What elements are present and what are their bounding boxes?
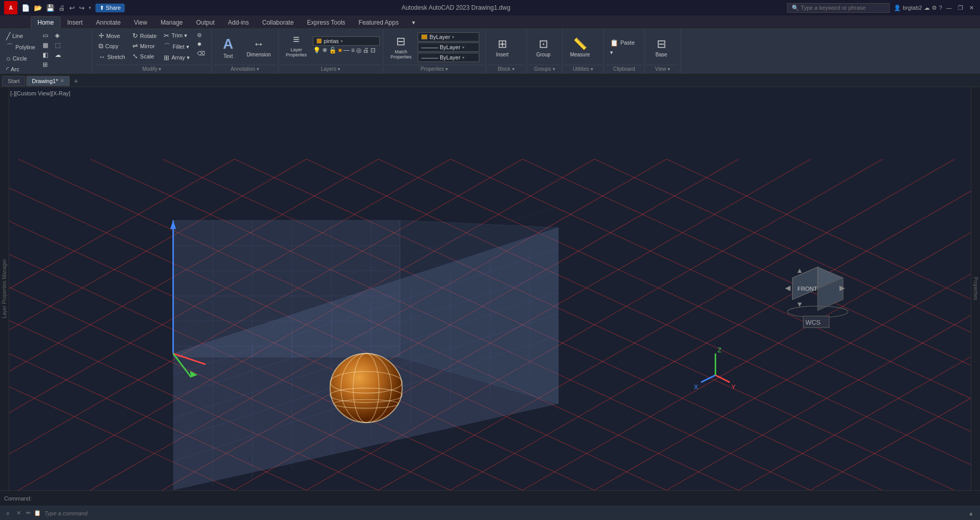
circle-button[interactable]: ○ Circle <box>3 53 38 64</box>
base-icon: ⊟ <box>657 37 666 51</box>
cmd-close-icon[interactable]: ✕ <box>14 509 23 517</box>
layer-print-icon[interactable]: 🖨 <box>363 47 369 54</box>
start-tab-label: Start <box>8 78 19 84</box>
rect-button[interactable]: ▭ <box>40 31 51 40</box>
rotate-button[interactable]: ↻ Rotate <box>129 31 160 41</box>
wipeout-button[interactable]: ⬚ <box>52 41 64 50</box>
tab-express-tools[interactable]: Express Tools <box>300 16 351 28</box>
clipboard-group-content: 📋 Paste ▾ <box>606 30 642 65</box>
offset-button[interactable]: ⊜ <box>194 31 208 39</box>
trim-button[interactable]: ✂ Trim ▾ <box>161 31 192 41</box>
properties-group-label[interactable]: Properties ▾ <box>385 65 483 73</box>
cmd-scroll-up[interactable]: ▲ <box>966 509 976 517</box>
text-button[interactable]: A Text <box>215 34 242 61</box>
match-properties-button[interactable]: ⊟ MatchProperties <box>386 33 416 62</box>
svg-text:Z: Z <box>718 347 722 354</box>
move-button[interactable]: ✛ Move <box>95 31 128 41</box>
array-button[interactable]: ⊞ Array ▾ <box>161 53 192 63</box>
clipboard-group-label[interactable]: Clipboard <box>606 65 642 73</box>
layer-props-icon: ≡ <box>293 33 300 46</box>
new-tab-button[interactable]: + <box>71 75 81 87</box>
groups-group-label[interactable]: Groups ▾ <box>529 65 560 73</box>
new-file-icon[interactable]: 📄 <box>22 4 30 12</box>
save-icon[interactable]: 💾 <box>46 4 54 12</box>
open-file-icon[interactable]: 📂 <box>34 4 42 12</box>
close-drawing1-icon[interactable]: ✕ <box>60 78 64 84</box>
help-icon[interactable]: ? <box>939 5 942 11</box>
utilities-group-label[interactable]: Utilities ▾ <box>565 65 601 73</box>
tab-more[interactable]: ▾ <box>405 16 422 28</box>
tab-home[interactable]: Home <box>31 16 61 28</box>
region-button[interactable]: ◈ <box>52 31 64 40</box>
tab-annotate[interactable]: Annotate <box>89 16 127 28</box>
layer-lock-icon[interactable]: 🔓 <box>329 47 337 54</box>
boundary-button[interactable]: ⊞ <box>40 60 51 69</box>
revision-button[interactable]: ☁ <box>52 50 64 59</box>
layer-transparency-icon[interactable]: ◎ <box>356 47 361 54</box>
lineweight-dropdown[interactable]: ——— ByLayer ▾ <box>418 53 479 62</box>
tab-start[interactable]: Start <box>2 76 25 86</box>
line-button[interactable]: ╱ Line <box>3 31 38 41</box>
erase-button[interactable]: ⌫ <box>194 49 208 58</box>
print-icon[interactable]: 🖨 <box>58 4 65 12</box>
layer-on-icon[interactable]: 💡 <box>313 47 321 54</box>
gradient-button[interactable]: ◧ <box>40 50 51 59</box>
annotation-group-label[interactable]: Annotation ▾ <box>214 65 276 73</box>
view-group-label[interactable]: View ▾ <box>647 65 678 73</box>
tab-featured-apps[interactable]: Featured Apps <box>352 16 405 28</box>
arc-icon: ◜ <box>6 65 9 73</box>
fillet-button[interactable]: ⌒ Fillet ▾ <box>161 41 192 52</box>
linetype-dropdown[interactable]: ——— ByLayer ▾ <box>418 43 479 52</box>
restore-btn[interactable]: ❐ <box>956 5 965 11</box>
layer-properties-button[interactable]: ≡ LayerProperties <box>282 31 311 59</box>
layer-lineweight-icon[interactable]: ≡ <box>351 47 355 54</box>
base-button[interactable]: ⊟ Base <box>648 35 675 59</box>
color-dropdown[interactable]: ByLayer ▾ <box>418 32 479 42</box>
tab-drawing1[interactable]: Drawing1* ✕ <box>26 76 70 86</box>
settings-icon[interactable]: ⚙ <box>932 5 937 11</box>
tab-collaborate[interactable]: Collaborate <box>256 16 300 28</box>
search-box[interactable]: 🔍 <box>787 3 890 13</box>
canvas-area[interactable]: FRONT ▲ ▶ ▼ ◀ WCS X Y Z [ <box>0 87 980 490</box>
modify-group-label[interactable]: Modify ▾ <box>94 65 209 73</box>
tab-view[interactable]: View <box>127 16 154 28</box>
scale-button[interactable]: ⤡ Scale <box>129 51 160 61</box>
polyline-button[interactable]: ⌒ Polyline <box>3 42 38 53</box>
paste-button[interactable]: 📋 Paste <box>607 38 638 48</box>
undo-icon[interactable]: ↩ <box>69 4 75 12</box>
layer-dropdown[interactable]: pintas ▾ <box>313 36 380 46</box>
measure-button[interactable]: 📏 Measure <box>566 35 594 59</box>
copy-button[interactable]: ⧉ Copy <box>95 41 128 51</box>
fillet-icon: ⌒ <box>164 42 170 51</box>
share-button[interactable]: ⬆ Share <box>95 4 125 12</box>
draw-group: ╱ Line ⌒ Polyline ○ Circle ◜ Arc ▭ <box>0 29 92 74</box>
group-button[interactable]: ⊡ Group <box>530 35 557 59</box>
tab-output[interactable]: Output <box>189 16 221 28</box>
match-props-icon: ⊟ <box>396 35 405 48</box>
tab-insert[interactable]: Insert <box>61 16 89 28</box>
close-btn[interactable]: ✕ <box>967 5 976 11</box>
tab-addins[interactable]: Add-ins <box>221 16 256 28</box>
dimension-button[interactable]: ↔ Dimension <box>243 35 275 59</box>
insert-button[interactable]: ⊞ Insert <box>489 35 516 59</box>
tab-manage[interactable]: Manage <box>154 16 189 28</box>
layers-group-label[interactable]: Layers ▾ <box>281 65 381 73</box>
minimize-btn[interactable]: — <box>944 5 954 11</box>
stretch-button[interactable]: ↔ Stretch <box>95 52 128 62</box>
block-group-label[interactable]: Block ▾ <box>488 65 524 73</box>
hatch-button[interactable]: ▦ <box>40 41 51 50</box>
layer-vp-icon[interactable]: ⊡ <box>370 47 376 54</box>
paste-more-button[interactable]: ▾ <box>607 48 616 57</box>
command-input[interactable] <box>44 510 963 516</box>
explode-button[interactable]: ✸ <box>194 40 208 49</box>
undo-dropdown-icon[interactable]: ▾ <box>89 5 91 10</box>
user-icon: 👤 <box>894 5 901 11</box>
layer-freeze-icon[interactable]: ❄ <box>322 47 327 54</box>
cmd-menu-icon[interactable]: ≡ <box>4 509 11 517</box>
redo-icon[interactable]: ↪ <box>79 4 85 12</box>
mirror-button[interactable]: ⇌ Mirror <box>129 41 160 51</box>
layer-color-icon[interactable]: ■ <box>338 47 342 54</box>
arc-button[interactable]: ◜ Arc <box>3 64 38 74</box>
search-input[interactable] <box>801 5 878 11</box>
layer-linetype-icon[interactable]: — <box>343 47 349 54</box>
